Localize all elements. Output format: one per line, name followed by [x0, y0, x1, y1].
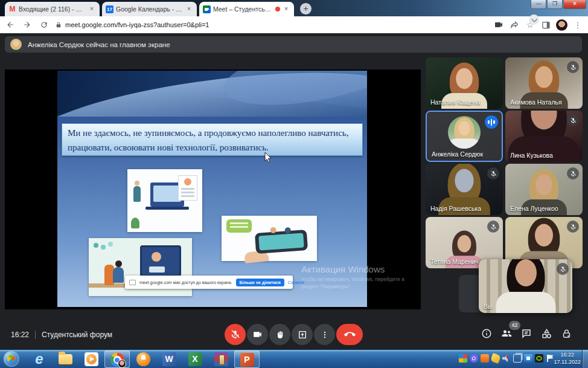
camera-button[interactable]	[247, 324, 268, 345]
meeting-time: 16:22	[11, 331, 29, 339]
chrome-icon	[110, 353, 124, 367]
nvidia-tray-icon[interactable]	[535, 354, 543, 363]
explorer-icon	[59, 354, 72, 364]
window-switch-tray-icon[interactable]	[513, 354, 522, 363]
new-tab-button[interactable]: +	[300, 3, 312, 15]
viber-tray-icon[interactable]	[470, 354, 478, 363]
taskbar-ie-button[interactable]: e	[27, 350, 52, 368]
screen-share-icon	[129, 280, 136, 285]
clock-time: 16:22	[554, 352, 581, 359]
side-panel-icon[interactable]	[540, 19, 551, 30]
browser-tab-strip: M Входящие (2 116) - naumsirik5 × 17 Goo…	[0, 0, 588, 16]
participant-count-badge: 42	[509, 321, 520, 330]
ie-icon: e	[33, 352, 46, 366]
participant-tile[interactable]: Елена Луценкоо	[505, 164, 583, 215]
call-controls	[225, 324, 363, 345]
participant-name: Анжеліка Сердюк	[432, 150, 483, 158]
close-tab-icon[interactable]: ×	[88, 5, 96, 13]
stop-sharing-button[interactable]: Більше не ділитися	[236, 279, 284, 286]
participants-grid: Наталия КащенаАкимова НатальяАнжеліка Се…	[426, 57, 583, 268]
meeting-details-icon[interactable]	[481, 328, 493, 340]
taskbar-clock[interactable]: 16:22 17.11.2022	[554, 352, 581, 366]
participant-tile[interactable]: Лина Кузькова	[505, 111, 583, 162]
taskbar-excel-button[interactable]: X	[182, 350, 208, 368]
slide-header-graphic	[57, 71, 367, 117]
tab-meet[interactable]: Meet – Студентський форум ×	[199, 2, 294, 16]
mouse-cursor	[264, 152, 272, 163]
slide-illustration-team	[127, 169, 202, 232]
participant-name: Наталия Кащена	[430, 98, 480, 106]
slide-illustration-phone	[222, 216, 317, 261]
tab-title: Meet – Студентський форум	[213, 5, 273, 13]
share-icon[interactable]	[509, 19, 520, 30]
calendar-icon: 17	[106, 5, 113, 13]
show-desktop-button[interactable]	[582, 350, 588, 368]
tab-gmail[interactable]: M Входящие (2 116) - naumsirik5 ×	[5, 2, 100, 16]
divider	[35, 331, 36, 339]
mic-off-icon	[567, 221, 579, 233]
presenting-banner-text: Анжеліка Сердюк сейчас на главном экране	[28, 41, 170, 48]
close-window-button[interactable]: ✕	[563, 0, 586, 9]
raise-hand-button[interactable]	[269, 324, 290, 345]
word-icon: W	[162, 352, 176, 366]
participant-name: Елена Луценкоо	[510, 205, 558, 212]
mic-off-icon	[487, 167, 499, 179]
maximize-button[interactable]: ❐	[547, 0, 563, 9]
watermark-title: Активация Windows	[301, 264, 404, 274]
taskbar-winrar-button[interactable]	[208, 350, 234, 368]
reload-button[interactable]	[37, 18, 51, 31]
excel-icon: X	[188, 352, 202, 366]
mic-off-icon	[557, 263, 569, 275]
chrome-menu-icon[interactable]: ⋮	[572, 19, 583, 30]
taskbar-orange-browser-button[interactable]	[130, 350, 156, 368]
profile-avatar[interactable]	[556, 19, 567, 31]
media-camera-icon[interactable]	[493, 19, 504, 30]
apps-grid-tray-icon[interactable]	[459, 354, 467, 363]
blue-app-tray-icon[interactable]	[524, 354, 532, 363]
flag-tray-icon[interactable]	[546, 354, 554, 363]
chat-icon[interactable]	[520, 328, 532, 340]
mic-off-icon	[487, 221, 499, 233]
orange-app-tray-icon[interactable]	[481, 354, 489, 363]
back-button[interactable]	[4, 18, 17, 31]
participant-tile[interactable]: Анжеліка Сердюк	[426, 111, 503, 162]
present-screen-button[interactable]	[292, 324, 313, 345]
participant-tile[interactable]: Наталия Кащена	[426, 57, 503, 109]
minimize-button[interactable]: —	[531, 0, 546, 9]
end-call-button[interactable]	[336, 324, 363, 345]
tab-search-chevron[interactable]	[529, 15, 539, 25]
taskbar-powerpoint-button[interactable]: P	[234, 350, 260, 368]
self-view-tile[interactable]: Вы	[479, 259, 572, 313]
meeting-name: Студентський форум	[42, 331, 112, 339]
mic-off-icon	[567, 61, 579, 73]
participant-tile[interactable]: Акимова Наталья	[505, 57, 583, 109]
start-button[interactable]	[4, 351, 19, 367]
tab-title: Входящие (2 116) - naumsirik5	[19, 5, 85, 13]
webcam-person	[494, 259, 557, 313]
address-bar[interactable]: meet.google.com/fvn-iyqa-zss?authuser=0&…	[56, 21, 493, 28]
cleaner-tray-icon[interactable]	[490, 353, 501, 364]
close-tab-icon[interactable]: ×	[185, 5, 193, 13]
wmp-icon	[85, 352, 98, 366]
windows-activation-watermark: Активация Windows Чтобы активировать Win…	[301, 264, 404, 291]
taskbar-wmp-button[interactable]	[78, 350, 104, 368]
orange-browser-icon	[136, 352, 150, 366]
meeting-panel-icons	[481, 328, 572, 340]
powerpoint-icon: P	[240, 353, 254, 367]
taskbar-chrome-button[interactable]	[104, 350, 130, 368]
participant-tile[interactable]: Надія Рашевська	[426, 164, 503, 215]
host-controls-icon[interactable]	[560, 328, 572, 340]
muted-speaker-tray-icon[interactable]	[502, 354, 511, 363]
mic-off-icon	[567, 114, 579, 126]
activities-icon[interactable]	[540, 328, 552, 340]
mic-off-button[interactable]	[225, 324, 246, 345]
close-tab-icon[interactable]: ×	[282, 5, 290, 13]
windows-taskbar: eWXP 16:22 17.11.2022	[0, 349, 588, 368]
forward-button[interactable]	[21, 18, 34, 31]
more-options-button[interactable]	[314, 324, 335, 345]
winrar-icon	[214, 352, 228, 366]
tab-calendar[interactable]: 17 Google Календарь - четверг, 17 ×	[102, 2, 197, 16]
mic-off-icon	[567, 167, 579, 179]
taskbar-word-button[interactable]: W	[156, 350, 182, 368]
taskbar-explorer-button[interactable]	[53, 350, 78, 368]
